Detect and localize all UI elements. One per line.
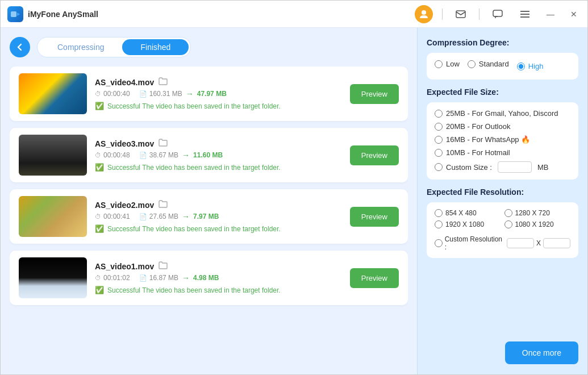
radio-custom-size[interactable]: Custom Size : MB: [435, 161, 570, 173]
radio-1920x1080[interactable]: 1920 X 1080: [435, 220, 501, 228]
close-button[interactable]: ✕: [567, 7, 581, 21]
file-icon: 📄: [139, 274, 147, 282]
radio-16mb[interactable]: 16MB - For WhatsApp 🔥: [435, 135, 570, 144]
radio-low-input[interactable]: [435, 60, 443, 68]
user-avatar-icon[interactable]: [415, 5, 433, 23]
radio-20mb-label: 20MB - For Outlook: [446, 122, 510, 131]
header-row: Compressing Finished: [10, 37, 408, 57]
radio-standard-input[interactable]: [468, 60, 476, 68]
success-icon: ✅: [95, 224, 104, 233]
app-logo: iMyFone AnySmall: [7, 6, 415, 22]
app-logo-icon: [7, 6, 23, 22]
file-icon: 📄: [139, 152, 147, 159]
radio-custom-size-input[interactable]: [435, 163, 443, 171]
radio-low-label: Low: [446, 60, 460, 68]
video-card: AS_video3.mov ⏱ 00:00:48: [10, 128, 408, 182]
video-size-after: 11.60 MB: [193, 151, 223, 159]
radio-high-input[interactable]: [517, 63, 525, 70]
radio-10mb-label: 10MB - For Hotmail: [446, 148, 510, 157]
svg-point-2: [422, 10, 426, 15]
res-854x480-label: 854 X 480: [445, 209, 477, 217]
radio-1280x720[interactable]: 1280 X 720: [504, 209, 571, 217]
radio-10mb[interactable]: 10MB - For Hotmail: [435, 148, 570, 157]
title-bar-controls: — ✕: [415, 5, 581, 23]
tab-finished[interactable]: Finished: [122, 39, 189, 55]
radio-low[interactable]: Low: [435, 60, 460, 68]
preview-button[interactable]: Preview: [350, 145, 399, 165]
radio-standard-label: Standard: [479, 60, 509, 68]
video-size-before: 38.67 MB: [149, 151, 178, 159]
radio-1920x1080-input[interactable]: [435, 220, 443, 228]
chat-icon[interactable]: [489, 5, 507, 23]
radio-standard[interactable]: Standard: [468, 60, 509, 68]
success-message: Successful The video has been saved in t…: [107, 102, 281, 110]
custom-size-input[interactable]: [498, 161, 532, 173]
video-name: AS_video2.mov: [95, 201, 154, 210]
success-icon: ✅: [95, 163, 104, 172]
tab-container: Compressing Finished: [37, 37, 191, 57]
folder-icon[interactable]: [159, 261, 168, 271]
video-duration: 00:00:48: [103, 151, 130, 159]
tab-compressing[interactable]: Compressing: [39, 39, 122, 55]
mail-icon[interactable]: [452, 5, 470, 23]
app-title: iMyFone AnySmall: [28, 10, 98, 19]
custom-res-width-input[interactable]: [507, 238, 534, 248]
divider-2: [479, 9, 479, 20]
title-bar: iMyFone AnySmall: [1, 1, 587, 28]
radio-20mb[interactable]: 20MB - For Outlook: [435, 122, 570, 131]
radio-854x480-input[interactable]: [435, 209, 443, 217]
menu-icon[interactable]: [516, 5, 534, 23]
radio-10mb-input[interactable]: [435, 149, 443, 157]
custom-resolution-label: Custom Resolution :: [445, 235, 504, 251]
preview-button[interactable]: Preview: [350, 84, 399, 104]
video-info: AS_video4.mov ⏱ 00:00:40: [95, 77, 342, 110]
radio-custom-resolution[interactable]: Custom Resolution : X: [435, 235, 570, 251]
svg-marker-1: [17, 13, 20, 16]
compression-options-box: Low Standard High: [427, 53, 578, 80]
video-thumbnail: [19, 257, 87, 298]
resolution-grid: 854 X 480 1280 X 720 1920 X 1080 1080 X …: [435, 209, 570, 251]
video-name: AS_video4.mov: [95, 78, 154, 87]
arrow-icon: →: [182, 273, 190, 282]
video-thumbnail: [19, 135, 87, 176]
video-thumbnail: [19, 73, 87, 114]
radio-25mb-label: 25MB - For Gmail, Yahoo, Discord: [446, 109, 558, 118]
video-name: AS_video1.mov: [95, 262, 154, 271]
file-icon: 📄: [139, 90, 147, 98]
radio-854x480[interactable]: 854 X 480: [435, 209, 501, 217]
radio-high[interactable]: High: [517, 62, 544, 70]
preview-button[interactable]: Preview: [350, 268, 399, 288]
video-size-after: 4.98 MB: [193, 274, 219, 282]
radio-25mb[interactable]: 25MB - For Gmail, Yahoo, Discord: [435, 109, 570, 118]
radio-20mb-input[interactable]: [435, 123, 443, 131]
clock-icon: ⏱: [95, 274, 101, 281]
radio-1080x1920[interactable]: 1080 X 1920: [504, 220, 571, 228]
custom-res-height-input[interactable]: [543, 238, 570, 248]
radio-1080x1920-input[interactable]: [504, 220, 512, 228]
res-1280x720-label: 1280 X 720: [515, 209, 550, 217]
video-size-before: 16.87 MB: [149, 274, 178, 282]
success-icon: ✅: [95, 286, 104, 294]
video-list: AS_video4.mov ⏱ 00:00:40: [10, 66, 408, 365]
folder-icon[interactable]: [159, 139, 168, 148]
resolution-options-box: 854 X 480 1280 X 720 1920 X 1080 1080 X …: [427, 202, 578, 258]
video-info: AS_video3.mov ⏱ 00:00:48: [95, 139, 342, 172]
video-card: AS_video1.mov ⏱ 00:01:02: [10, 251, 408, 305]
compression-title: Compression Degree:: [427, 38, 578, 47]
resolution-title: Expected File Resolution:: [427, 188, 578, 197]
video-name: AS_video3.mov: [95, 139, 154, 148]
radio-16mb-input[interactable]: [435, 136, 443, 144]
radio-25mb-input[interactable]: [435, 110, 443, 118]
radio-1280x720-input[interactable]: [504, 209, 512, 217]
res-1080x1920-label: 1080 X 1920: [515, 220, 554, 228]
right-panel: Compression Degree: Low Standard High Ex…: [417, 28, 587, 374]
video-thumbnail: [19, 196, 87, 237]
folder-icon[interactable]: [159, 77, 168, 87]
clock-icon: ⏱: [95, 152, 101, 159]
preview-button[interactable]: Preview: [350, 207, 399, 227]
back-button[interactable]: [10, 37, 30, 57]
folder-icon[interactable]: [159, 200, 168, 210]
radio-custom-resolution-input[interactable]: [435, 239, 443, 247]
once-more-button[interactable]: Once more: [505, 341, 578, 364]
minimize-button[interactable]: —: [543, 7, 558, 21]
